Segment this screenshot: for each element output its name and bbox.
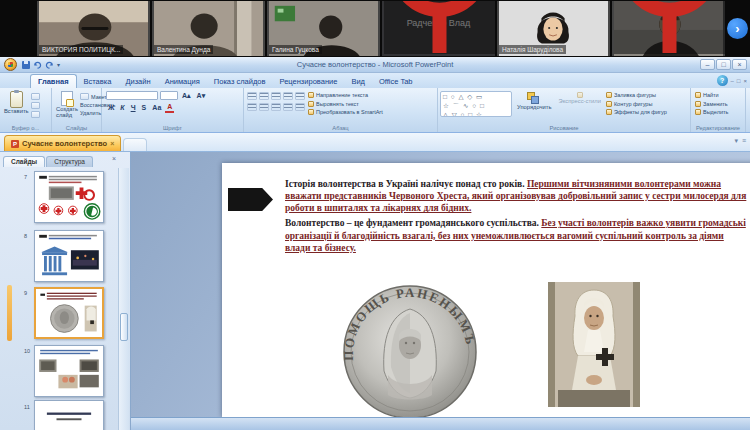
document-tab[interactable]: P Сучасне волонтерство × xyxy=(4,135,121,151)
doc-restore-icon[interactable]: □ xyxy=(737,78,741,84)
video-tile-5[interactable]: Наталія Шаруділова xyxy=(497,1,610,56)
tab-slideshow[interactable]: Показ слайдов xyxy=(207,75,273,88)
shape-outline-button[interactable]: Контур фигуры xyxy=(606,101,667,107)
font-size-combobox[interactable] xyxy=(160,91,178,100)
shape-fill-button[interactable]: Заливка фигуры xyxy=(606,92,667,98)
shape-row: △ ▽ ○ □ ☆ xyxy=(443,110,511,117)
slide-thumbnail-11[interactable] xyxy=(34,400,104,430)
tab-home[interactable]: Главная xyxy=(30,74,77,88)
arrange-button[interactable]: Упорядочить xyxy=(515,91,554,122)
slide-thumbnail-9-selected[interactable] xyxy=(34,287,104,339)
qat-dropdown-icon[interactable]: ▾ xyxy=(57,61,60,68)
group-label: Рисование xyxy=(438,125,690,131)
slide-thumbnail-7[interactable] xyxy=(34,171,104,223)
thumbnail-10-preview xyxy=(35,346,103,396)
align-left-icon[interactable] xyxy=(247,103,257,111)
align-right-icon[interactable] xyxy=(271,103,281,111)
paste-button[interactable]: Вставить xyxy=(2,90,31,122)
copy-icon[interactable] xyxy=(31,102,40,109)
ribbon-right-controls: ? – □ × xyxy=(717,75,747,86)
office-button[interactable] xyxy=(4,58,17,71)
close-button[interactable]: × xyxy=(732,59,747,70)
underline-button[interactable]: Ч xyxy=(129,103,138,112)
minimize-button[interactable]: – xyxy=(700,59,715,70)
tab-animation[interactable]: Анимация xyxy=(158,75,207,88)
video-tile-3[interactable]: Галина Гуцкова xyxy=(267,1,380,56)
video-tile-2[interactable]: Валентина Дунда xyxy=(152,1,265,56)
redo-icon[interactable] xyxy=(45,60,54,69)
slide-thumbnail-10[interactable] xyxy=(34,345,104,397)
video-tile-6[interactable]: Юра Мегель xyxy=(612,1,725,56)
justify-icon[interactable] xyxy=(283,103,293,111)
tab-list-dropdown-icon[interactable]: ▾ xyxy=(734,137,738,145)
meeting-video-strip: ВИКТОРИЯ ПОЛИТИЦК... Валентина Дунда xyxy=(0,0,750,57)
align-center-icon[interactable] xyxy=(259,103,269,111)
doc-close-icon[interactable]: × xyxy=(743,78,747,84)
new-tab-stub[interactable] xyxy=(123,138,147,151)
slide-thumbnail-8[interactable] xyxy=(34,230,104,282)
video-tile-1[interactable]: ВИКТОРИЯ ПОЛИТИЦК... xyxy=(37,1,150,56)
save-icon[interactable] xyxy=(22,61,30,69)
tab-office-tab[interactable]: Office Tab xyxy=(372,75,420,88)
convert-smartart-button[interactable]: Преобразовать в SmartArt xyxy=(308,109,383,115)
select-button[interactable]: Выделить xyxy=(695,109,743,115)
tab-insert[interactable]: Вставка xyxy=(77,75,119,88)
indent-increase-icon[interactable] xyxy=(283,92,293,100)
participant-name-badge: Радченко Влад xyxy=(384,1,495,54)
panel-scrollbar[interactable] xyxy=(118,168,129,430)
thumbnail-7-preview xyxy=(35,172,103,222)
bold-button[interactable]: Ж xyxy=(106,103,116,112)
shape-effects-button[interactable]: Эффекты для фигур xyxy=(606,109,667,115)
slide-paragraph-1: Історія волонтерства в Україні налічує п… xyxy=(285,178,750,214)
shrink-font-icon[interactable]: A▾ xyxy=(195,91,208,100)
italic-button[interactable]: К xyxy=(118,103,126,112)
undo-icon[interactable] xyxy=(33,60,42,69)
doc-minimize-icon[interactable]: – xyxy=(731,78,734,84)
participant-name-badge: Галина Гуцкова xyxy=(269,45,322,54)
shadow-button[interactable]: S xyxy=(140,103,149,112)
quick-styles-button[interactable]: Экспресс-стили xyxy=(557,91,603,122)
grow-font-icon[interactable]: A▴ xyxy=(180,91,193,100)
screen: ВИКТОРИЯ ПОЛИТИЦК... Валентина Дунда xyxy=(0,0,750,430)
replace-button[interactable]: Заменить xyxy=(695,101,743,107)
nurse-photo xyxy=(548,282,640,407)
panel-scrollbar-thumb[interactable] xyxy=(120,313,128,341)
line-spacing-icon[interactable] xyxy=(295,92,305,100)
shapes-gallery[interactable]: □ ○ △ ◇ ▭ ☆ ⌒ ∿ ○ □ △ ▽ ○ □ ☆ xyxy=(440,91,512,117)
align-text-button[interactable]: Выровнять текст xyxy=(308,101,383,107)
layout-icon xyxy=(80,93,89,100)
participant-name-badge: Валентина Дунда xyxy=(154,45,213,54)
text-direction-button[interactable]: Направление текста xyxy=(308,92,383,98)
change-case-button[interactable]: Аа xyxy=(150,103,163,112)
font-color-button[interactable]: А xyxy=(165,102,174,113)
numbering-icon[interactable] xyxy=(259,92,269,100)
tab-design[interactable]: Дизайн xyxy=(118,75,157,88)
text-direction-icon xyxy=(308,92,314,98)
quick-access-toolbar: ▾ xyxy=(22,60,60,69)
bullets-icon[interactable] xyxy=(247,92,257,100)
tab-slides[interactable]: Слайды xyxy=(3,156,45,167)
tab-outline[interactable]: Структура xyxy=(46,156,93,167)
tab-options-icon[interactable]: ≡ xyxy=(742,137,746,145)
columns-icon[interactable] xyxy=(295,103,305,111)
cut-icon[interactable] xyxy=(31,93,40,100)
font-name-combobox[interactable] xyxy=(106,91,158,100)
participant-name: ВИКТОРИЯ ПОЛИТИЦК... xyxy=(42,46,120,53)
powerpoint-window: ▾ Сучасне волонтерство - Microsoft Power… xyxy=(0,57,750,430)
find-button[interactable]: Найти xyxy=(695,92,743,98)
clipboard-small-buttons xyxy=(31,90,40,122)
participant-name: Валентина Дунда xyxy=(157,46,210,53)
format-painter-icon[interactable] xyxy=(31,111,40,118)
tab-review[interactable]: Рецензирование xyxy=(272,75,344,88)
tab-close-icon[interactable]: × xyxy=(110,140,114,147)
maximize-button[interactable]: □ xyxy=(716,59,731,70)
gallery-next-button[interactable]: › xyxy=(727,18,748,39)
tab-view[interactable]: Вид xyxy=(344,75,372,88)
group-label: Буфер о... xyxy=(0,125,51,131)
new-slide-button[interactable]: Создать слайд xyxy=(54,90,80,122)
slide-canvas[interactable]: Історія волонтерства в Україні налічує п… xyxy=(222,163,750,417)
panel-close-icon[interactable]: × xyxy=(112,155,116,162)
indent-decrease-icon[interactable] xyxy=(271,92,281,100)
help-icon[interactable]: ? xyxy=(717,75,728,86)
video-tile-4[interactable]: Радченко Влад Радченко Влад xyxy=(382,1,495,56)
